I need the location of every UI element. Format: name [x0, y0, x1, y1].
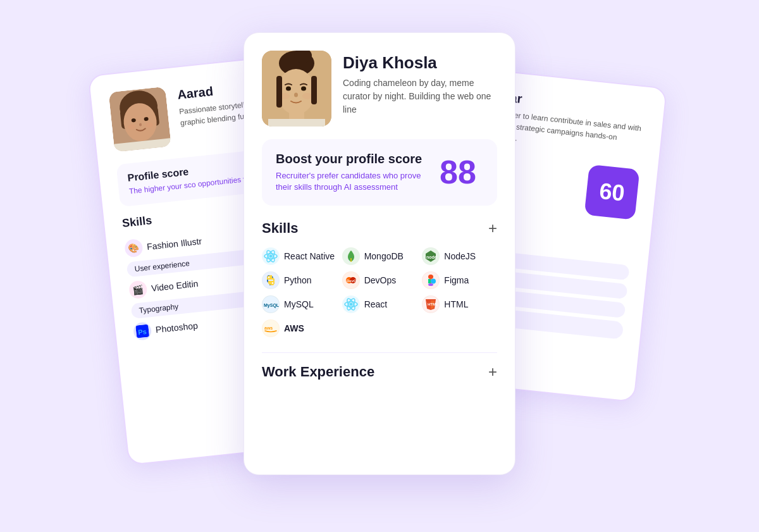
mysql-label: MySQL — [284, 299, 314, 309]
nodejs-label: NodeJS — [444, 251, 476, 261]
scene: Aarad Passionate storyteller, graphic bl… — [95, 20, 664, 513]
svg-rect-28 — [311, 76, 317, 104]
mongodb-label: MongoDB — [364, 251, 404, 261]
mysql-icon: MySQL — [262, 295, 280, 313]
mongodb-icon — [342, 247, 360, 265]
react-icon — [342, 295, 360, 313]
skill-figma: Figma — [422, 271, 497, 289]
svg-point-58 — [349, 302, 352, 306]
aws-icon: aws — [262, 319, 280, 337]
center-profile-card: Diya Khosla Coding chameleon by day, mem… — [244, 32, 515, 475]
svg-rect-47 — [428, 275, 433, 279]
react-native-label: React Native — [284, 251, 335, 261]
boost-card: Boost your profile score Recruiter's pre… — [262, 139, 497, 206]
svg-point-40 — [268, 276, 269, 278]
skill-mongodb: MongoDB — [342, 247, 417, 265]
skills-grid: React Native MongoDB — [262, 247, 497, 337]
skills-add-button[interactable]: + — [488, 220, 497, 237]
devops-label: DevOps — [364, 275, 397, 285]
boost-text: Boost your profile score Recruiter's pre… — [276, 152, 428, 193]
svg-text:aws: aws — [264, 326, 273, 330]
work-add-button[interactable]: + — [488, 363, 497, 381]
svg-point-50 — [431, 278, 436, 283]
svg-rect-27 — [276, 76, 282, 108]
skills-title: Skills — [262, 220, 298, 237]
left-skills-title: Skills — [121, 213, 152, 230]
svg-point-33 — [269, 254, 273, 257]
svg-point-19 — [277, 69, 315, 114]
svg-point-41 — [272, 282, 273, 283]
python-label: Python — [284, 275, 312, 285]
skills-section-header: Skills + — [262, 220, 497, 237]
boost-score: 88 — [433, 156, 483, 189]
work-title: Work Experience — [262, 364, 374, 380]
center-avatar — [262, 51, 331, 127]
skill-react: React — [342, 295, 417, 313]
left-avatar — [108, 86, 171, 152]
aws-label: AWS — [284, 323, 304, 333]
svg-text:Ps: Ps — [138, 327, 147, 335]
svg-point-26 — [302, 93, 312, 99]
skill-python: Python — [262, 271, 337, 289]
svg-point-24 — [294, 92, 298, 97]
center-profile-name: Diya Khosla — [343, 53, 497, 73]
react-native-icon — [262, 247, 280, 265]
svg-text:node: node — [426, 255, 437, 259]
figma-icon — [422, 271, 440, 289]
center-profile-info: Diya Khosla Coding chameleon by day, mem… — [343, 51, 497, 116]
react-label: React — [364, 299, 388, 309]
html-icon: HTML — [422, 295, 440, 313]
center-profile-bio: Coding chameleon by day, meme curator by… — [343, 77, 497, 116]
right-score-value: 60 — [598, 177, 626, 206]
skill-aws: aws AWS — [262, 319, 337, 337]
svg-point-22 — [286, 86, 291, 90]
svg-rect-51 — [428, 279, 431, 283]
skill-devops: DevO DevOps — [342, 271, 417, 289]
svg-text:HTML: HTML — [428, 302, 438, 306]
svg-point-39 — [262, 272, 279, 288]
center-profile-header: Diya Khosla Coding chameleon by day, mem… — [262, 51, 497, 127]
video-icon: 🎬 — [128, 280, 148, 299]
svg-rect-49 — [428, 283, 433, 286]
svg-point-23 — [301, 86, 306, 90]
skill-mysql: MySQL MySQL — [262, 295, 337, 313]
svg-text:MySQL: MySQL — [264, 303, 279, 308]
work-section-header: Work Experience + — [262, 363, 497, 381]
svg-text:DevO: DevO — [347, 279, 357, 283]
boost-title: Boost your profile score — [276, 152, 428, 166]
nodejs-icon: node — [422, 247, 440, 265]
html-label: HTML — [444, 299, 468, 309]
svg-rect-21 — [268, 119, 325, 127]
skill-nodejs: node NodeJS — [422, 247, 497, 265]
right-score-box: 60 — [584, 164, 640, 220]
figma-label: Figma — [444, 275, 469, 285]
skill-html: HTML HTML — [422, 295, 497, 313]
photoshop-icon: Ps — [133, 321, 152, 340]
python-icon — [262, 271, 280, 289]
boost-subtitle: Recruiter's prefer candidates who prove … — [276, 170, 428, 193]
skill-react-native: React Native — [262, 247, 337, 265]
devops-icon: DevO — [342, 271, 360, 289]
fashion-icon: 🎨 — [124, 238, 144, 257]
work-divider — [262, 352, 497, 353]
